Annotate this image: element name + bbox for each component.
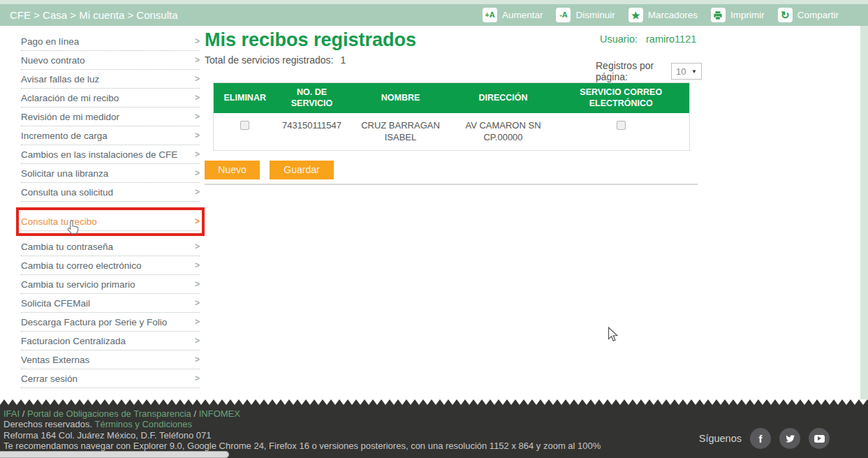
breadcrumb[interactable]: CFE > Casa > Mi cuenta > Consulta — [10, 9, 178, 21]
sidebar-item-label: Pago en línea — [21, 36, 79, 47]
youtube-icon[interactable] — [809, 428, 830, 449]
guardar-button[interactable]: Guardar — [270, 161, 334, 179]
chevron-right-icon: > — [195, 149, 200, 159]
toolbar-button-imprimir[interactable]: Imprimir — [711, 8, 765, 22]
chevron-right-icon: > — [195, 242, 200, 251]
chevron-right-icon: > — [195, 216, 200, 226]
toolbar-button-disminuir[interactable]: -A Disminuir — [556, 8, 615, 22]
sidebar-item-cerrar-sesion[interactable]: Cerrar sesión> — [21, 369, 200, 388]
sidebar-item-label: Consulta tu recibo — [21, 216, 97, 227]
sidebar-item-revision-de-mi-medidor[interactable]: Revisión de mi medidor> — [21, 108, 200, 126]
sidebar-item-label: Cambia tu servicio primario — [21, 279, 135, 290]
sidebar-item-cambia-tu-correo-electronico[interactable]: Cambia tu correo electrónico> — [21, 256, 200, 275]
chevron-right-icon: > — [195, 131, 200, 140]
sidebar-item-avisar-fallas-de-luz[interactable]: Avisar fallas de luz> — [21, 70, 200, 89]
sidebar-item-solicitar-una-libranza[interactable]: Solicitar una libranza> — [21, 164, 200, 183]
sidebar-item-facturacion-centralizada[interactable]: Facturacion Centralizada> — [21, 332, 200, 350]
toolbar-label: Disminuir — [575, 10, 615, 20]
sidebar-item-nuevo-contrato[interactable]: Nuevo contrato> — [21, 51, 200, 70]
chevron-right-icon: > — [195, 374, 200, 383]
chevron-right-icon: > — [195, 336, 200, 346]
chevron-right-icon: > — [195, 93, 200, 103]
user-value: ramiro1121 — [646, 34, 696, 45]
sidebar-item-label: Ventas Externas — [21, 355, 89, 365]
per-page-select[interactable]: 10 ▼ — [671, 63, 702, 80]
sidebar-item-pago-en-linea[interactable]: Pago en línea> — [21, 32, 200, 51]
footer-link[interactable]: IFAI — [3, 408, 20, 419]
footer-link[interactable]: INFOMEX — [199, 408, 240, 419]
action-buttons: Nuevo Guardar — [205, 161, 702, 179]
sidebar-item-incremento-de-carga[interactable]: Incremento de carga> — [21, 126, 200, 145]
receipts-table: ELIMINARNO. DE SERVICIONOMBREDIRECCIÓNSE… — [213, 82, 690, 151]
printer-icon — [711, 8, 726, 22]
footer-link[interactable]: Portal de Obligaciones de Transparencia — [27, 408, 191, 419]
chevron-right-icon: > — [195, 260, 200, 270]
footer-link-separator: / — [191, 408, 199, 419]
toolbar-label: Imprimir — [730, 10, 765, 20]
sidebar-item-label: Cerrar sesión — [21, 374, 78, 384]
toolbar-label: Aumentar — [502, 10, 543, 20]
sidebar-item-cambia-tu-servicio-primario[interactable]: Cambia tu servicio primario> — [21, 275, 200, 294]
sidebar-item-label: Solicitar una libranza — [21, 168, 108, 179]
sidebar-item-label: Cambia tu contraseña — [21, 242, 113, 252]
toolbar-button-compartir[interactable]: ↻ Compartir — [778, 8, 839, 22]
sidebar-item-label: Nuevo contrato — [21, 55, 85, 66]
bookmark-star-icon: ★ — [628, 8, 643, 22]
per-page-selected-value: 10 — [676, 66, 686, 77]
facebook-icon[interactable]: f — [750, 428, 771, 449]
eliminar-cell — [214, 113, 277, 151]
sidebar-item-aclaracion-de-mi-recibo[interactable]: Aclaración de mi recibo> — [21, 89, 200, 108]
main-content: Mis recibos registrados Total de servici… — [205, 29, 702, 185]
toolbar-button-marcadores[interactable]: ★ Marcadores — [628, 8, 698, 22]
sidebar-item-label: Cambios en las instalaciones de CFE — [21, 149, 177, 160]
table-row: 743150111547CRUZ BARRAGAN ISABELAV CAMAR… — [214, 113, 690, 151]
sidebar-item-solicita-cfemail[interactable]: Solicita CFEMail> — [21, 294, 200, 313]
correo-cell — [553, 113, 690, 151]
sidebar: Pago en línea>Nuevo contrato>Avisar fall… — [21, 32, 200, 388]
sidebar-item-ventas-externas[interactable]: Ventas Externas> — [21, 350, 200, 369]
servicio-correo-checkbox[interactable] — [617, 121, 626, 130]
direccion-cell: AV CAMARON SN CP.00000 — [454, 113, 553, 151]
chevron-right-icon: > — [195, 112, 200, 121]
increase-font-icon: +A — [483, 8, 497, 22]
footer-link-separator: / — [20, 408, 27, 419]
chevron-right-icon: > — [195, 279, 200, 289]
terms-link[interactable]: Términos y Condiciones — [95, 419, 192, 429]
decrease-font-icon: -A — [556, 8, 571, 22]
sidebar-item-consulta-una-solicitud[interactable]: Consulta una solicitud> — [21, 183, 200, 202]
nuevo-button[interactable]: Nuevo — [205, 161, 260, 179]
zigzag-edge — [0, 399, 868, 405]
total-registered-label: Total de servicios registrados: — [205, 54, 333, 66]
content-divider — [205, 184, 698, 185]
mouse-cursor-arrow — [608, 327, 618, 345]
sidebar-item-consulta-tu-recibo[interactable]: Consulta tu recibo> — [21, 212, 200, 231]
footer-transparency-links: IFAI / Portal de Obligaciones de Transpa… — [3, 408, 868, 419]
sidebar-item-label: Avisar fallas de luz — [21, 74, 99, 84]
records-per-page-label: Registros por página: — [596, 60, 665, 82]
sidebar-item-descarga-factura-por-serie-y-folio[interactable]: Descarga Factura por Serie y Folio> — [21, 313, 200, 332]
sidebar-item-cambia-tu-contrasena[interactable]: Cambia tu contraseña> — [21, 237, 200, 256]
horizontal-scrollbar[interactable] — [0, 451, 229, 458]
toolbar-label: Marcadores — [648, 10, 698, 20]
column-header: NOMBRE — [348, 83, 454, 113]
eliminar-checkbox[interactable] — [240, 121, 249, 130]
toolbar-button-aumentar[interactable]: +A Aumentar — [483, 8, 543, 22]
chevron-right-icon: > — [195, 168, 200, 178]
column-header: DIRECCIÓN — [454, 83, 553, 113]
follow-label: Síguenos — [699, 433, 742, 444]
chevron-right-icon: > — [195, 355, 200, 364]
right-edge-strip — [860, 26, 868, 399]
column-header: NO. DE SERVICIO — [277, 83, 348, 113]
chevron-right-icon: > — [195, 317, 200, 327]
chevron-right-icon: > — [195, 187, 200, 197]
mouse-cursor-hand — [67, 219, 80, 238]
sidebar-item-label: Revisión de mi medidor — [21, 112, 119, 122]
footer: IFAI / Portal de Obligaciones de Transpa… — [0, 399, 868, 458]
sidebar-item-label: Consulta una solicitud — [21, 187, 113, 198]
sidebar-item-cambios-en-las-instalaciones-de-cfe[interactable]: Cambios en las instalaciones de CFE> — [21, 145, 200, 164]
records-per-page: Registros por página: 10 ▼ — [596, 60, 702, 82]
sidebar-item-label: Cambia tu correo electrónico — [21, 260, 142, 271]
sidebar-item-label: Incremento de carga — [21, 131, 108, 141]
total-registered-value: 1 — [340, 54, 346, 66]
twitter-icon[interactable] — [779, 428, 800, 449]
